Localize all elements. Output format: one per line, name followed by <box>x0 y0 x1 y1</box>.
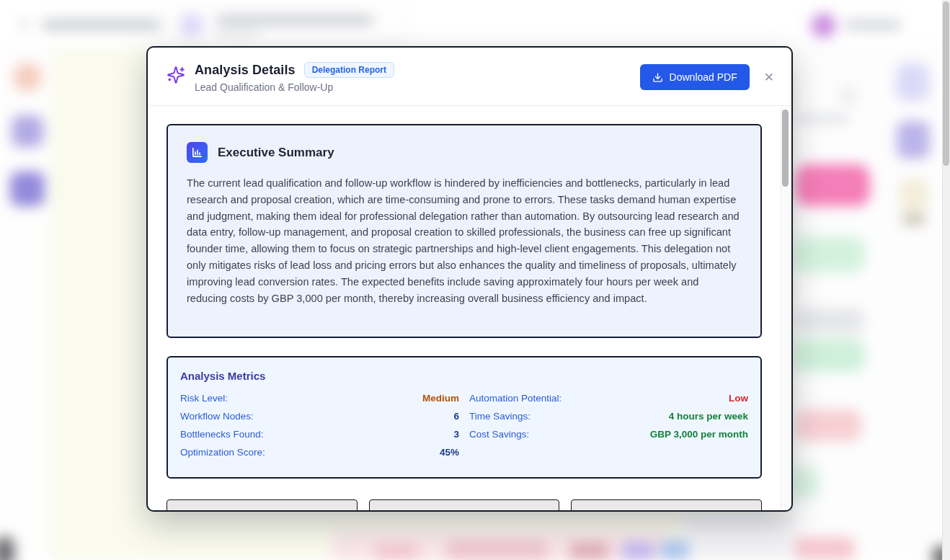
close-icon[interactable]: ✕ <box>763 70 776 85</box>
analysis-details-dialog: Analysis Details Delegation Report Lead … <box>146 46 793 512</box>
bar-chart-icon <box>187 142 208 163</box>
metric-row-risk-level: Risk Level: Medium <box>180 393 459 404</box>
metric-row-optimization-score: Optimization Score: 45% <box>180 447 459 458</box>
app-screen: Analysis Details Delegation Report Lead … <box>0 0 950 560</box>
sparkles-icon <box>167 66 185 84</box>
metric-row-bottlenecks-found: Bottlenecks Found: 3 <box>180 429 459 440</box>
metric-row-workflow-nodes: Workflow Nodes: 6 <box>180 411 459 422</box>
metric-value: 3 <box>453 429 459 440</box>
stat-card-2 <box>369 499 560 512</box>
metric-value: 45% <box>440 447 459 458</box>
dialog-body: Executive Summary The current lead quali… <box>148 105 791 512</box>
dialog-subtitle: Lead Qualification & Follow-Up <box>195 81 394 93</box>
stat-cards-row <box>167 499 762 512</box>
download-pdf-button[interactable]: Download PDF <box>640 64 750 90</box>
analysis-metrics-title: Analysis Metrics <box>180 370 748 382</box>
dialog-title: Analysis Details <box>195 63 296 78</box>
metric-value: 4 hours per week <box>669 411 748 422</box>
executive-summary-text: The current lead qualification and follo… <box>187 175 742 306</box>
executive-summary-section: Executive Summary The current lead quali… <box>167 124 762 338</box>
metric-row-automation-potential: Automation Potential: Low <box>469 393 748 404</box>
download-icon <box>652 72 663 83</box>
dialog-scrollbar-thumb[interactable] <box>782 110 789 187</box>
stat-card-1 <box>167 499 358 512</box>
metric-row-time-savings: Time Savings: 4 hours per week <box>469 411 748 422</box>
page-scrollbar-thumb[interactable] <box>943 1 949 166</box>
report-type-badge: Delegation Report <box>304 62 394 78</box>
metric-value: Low <box>729 393 748 404</box>
metric-row-cost-savings: Cost Savings: GBP 3,000 per month <box>469 429 748 440</box>
download-pdf-label: Download PDF <box>670 71 737 83</box>
executive-summary-title: Executive Summary <box>218 146 334 160</box>
metric-value: 6 <box>453 411 459 422</box>
analysis-metrics-section: Analysis Metrics Risk Level: Medium Work… <box>167 356 762 479</box>
metric-value: GBP 3,000 per month <box>650 429 748 440</box>
dialog-header: Analysis Details Delegation Report Lead … <box>148 48 791 105</box>
metric-value: Medium <box>422 393 459 404</box>
stat-card-3 <box>571 499 762 512</box>
page-scrollbar-track[interactable] <box>942 0 950 560</box>
